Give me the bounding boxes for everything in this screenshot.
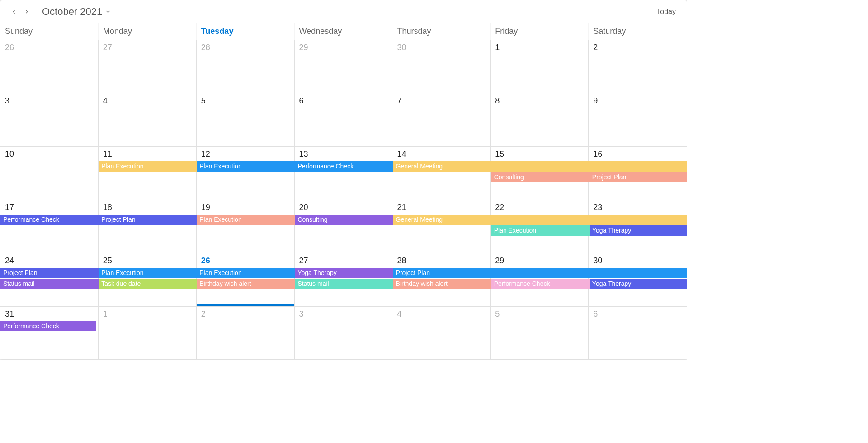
day-number: 1 [491,40,588,53]
calendar-day-cell[interactable]: 3 [295,307,393,360]
calendar-day-cell[interactable]: 7 [392,93,491,147]
day-number: 3 [295,307,392,320]
day-number: 28 [392,253,490,266]
day-number: 26 [197,253,294,266]
calendar-day-cell[interactable]: 2 [589,40,687,93]
weekday-header: Monday [99,23,197,40]
calendar-event[interactable]: Plan Execution [197,161,295,172]
calendar-event[interactable]: Status mail [0,279,99,289]
day-number: 15 [491,147,588,160]
calendar-event[interactable]: General Meeting [393,161,687,172]
day-number: 11 [99,147,196,160]
calendar-day-cell[interactable]: 13 [295,147,393,200]
calendar-day-cell[interactable]: 17 [0,200,99,253]
calendar-day-cell[interactable]: 26 [0,40,99,93]
day-number: 30 [589,253,687,266]
calendar-event[interactable]: Performance Check [0,321,96,331]
calendar-event[interactable]: Plan Execution [197,215,295,225]
calendar-event[interactable]: Birthday wish alert [393,279,491,289]
weekday-header-row: SundayMondayTuesdayWednesdayThursdayFrid… [0,23,687,40]
day-number: 13 [295,147,392,160]
calendar-day-cell[interactable]: 29 [295,40,393,93]
day-number: 3 [0,93,98,107]
calendar-event[interactable]: Performance Check [0,215,99,225]
day-number: 26 [0,40,98,53]
calendar-day-cell[interactable]: 21 [392,200,491,253]
day-number: 10 [0,147,98,160]
calendar-day-cell[interactable]: 14 [392,147,491,200]
calendar-event[interactable]: Yoga Therapy [590,225,687,236]
day-number: 7 [392,93,490,107]
month-title: October 2021 [42,6,102,18]
weekday-header: Sunday [0,23,99,40]
day-number: 2 [589,40,687,53]
day-number: 20 [295,200,392,213]
calendar-day-cell[interactable]: 1 [99,307,197,360]
calendar-day-cell[interactable]: 5 [491,307,589,360]
day-number: 17 [0,200,98,213]
calendar-day-cell[interactable]: 6 [295,93,393,147]
calendar-event[interactable]: Plan Execution [99,268,197,278]
calendar-event[interactable]: Plan Execution [491,225,590,236]
calendar-day-cell[interactable]: 4 [392,307,491,360]
calendar-day-cell[interactable]: 28 [197,40,295,93]
calendar-day-cell[interactable]: 12 [197,147,295,200]
calendar-event[interactable]: Yoga Therapy [590,279,687,289]
calendar-event[interactable]: Project Plan [393,268,687,278]
next-month-button[interactable] [20,5,33,18]
weekday-header: Thursday [392,23,491,40]
chevron-down-icon [105,9,111,15]
chevron-right-icon [24,9,30,15]
calendar-day-cell[interactable]: 3 [0,93,99,147]
calendar-day-cell[interactable]: 20 [295,200,393,253]
day-number: 19 [197,200,294,213]
calendar-toolbar: October 2021 Today [0,0,687,23]
calendar-event[interactable]: Performance Check [491,279,590,289]
day-number: 24 [0,253,98,266]
calendar-day-cell[interactable]: 8 [491,93,589,147]
calendar-event[interactable]: Consulting [491,172,590,182]
month-picker-button[interactable]: October 2021 [42,6,111,18]
calendar-day-cell[interactable]: 31 [0,307,99,360]
calendar-event[interactable]: Project Plan [0,268,99,278]
calendar-day-cell[interactable]: 19 [197,200,295,253]
calendar-day-cell[interactable]: 10 [0,147,99,200]
prev-month-button[interactable] [8,5,20,18]
day-number: 5 [197,93,294,107]
day-number: 21 [392,200,490,213]
day-number: 23 [589,200,687,213]
day-number: 29 [491,253,588,266]
day-number: 18 [99,200,196,213]
day-number: 27 [295,253,392,266]
calendar-event[interactable]: General Meeting [393,215,687,225]
calendar-day-cell[interactable]: 30 [392,40,491,93]
weekday-header: Tuesday [197,23,295,40]
calendar-event[interactable]: Birthday wish alert [197,279,295,289]
day-number: 6 [589,307,687,320]
calendar-event[interactable]: Plan Execution [99,161,197,172]
calendar-event[interactable]: Plan Execution [197,268,295,278]
calendar-month-view: October 2021 Today SundayMondayTuesdayWe… [0,0,687,360]
calendar-event[interactable]: Task due date [99,279,197,289]
calendar-event[interactable]: Consulting [295,215,393,225]
calendar-event[interactable]: Project Plan [99,215,197,225]
calendar-day-cell[interactable]: 9 [589,93,687,147]
calendar-day-cell[interactable]: 1 [491,40,589,93]
weekday-header: Wednesday [295,23,393,40]
day-number: 9 [589,93,687,107]
calendar-day-cell[interactable]: 5 [197,93,295,147]
calendar-day-cell[interactable]: 18 [99,200,197,253]
calendar-day-cell[interactable]: 4 [99,93,197,147]
day-number: 14 [392,147,490,160]
day-number: 12 [197,147,294,160]
day-number: 4 [392,307,490,320]
calendar-event[interactable]: Yoga Therapy [295,268,393,278]
calendar-grid: 2627282930123456789101112131415161718192… [0,40,687,360]
calendar-day-cell[interactable]: 11 [99,147,197,200]
calendar-day-cell[interactable]: 27 [99,40,197,93]
today-button[interactable]: Today [653,6,679,18]
calendar-day-cell[interactable]: 6 [589,307,687,360]
calendar-day-cell[interactable]: 2 [197,307,295,360]
day-number: 22 [491,200,588,213]
calendar-event[interactable]: Project Plan [590,172,687,182]
